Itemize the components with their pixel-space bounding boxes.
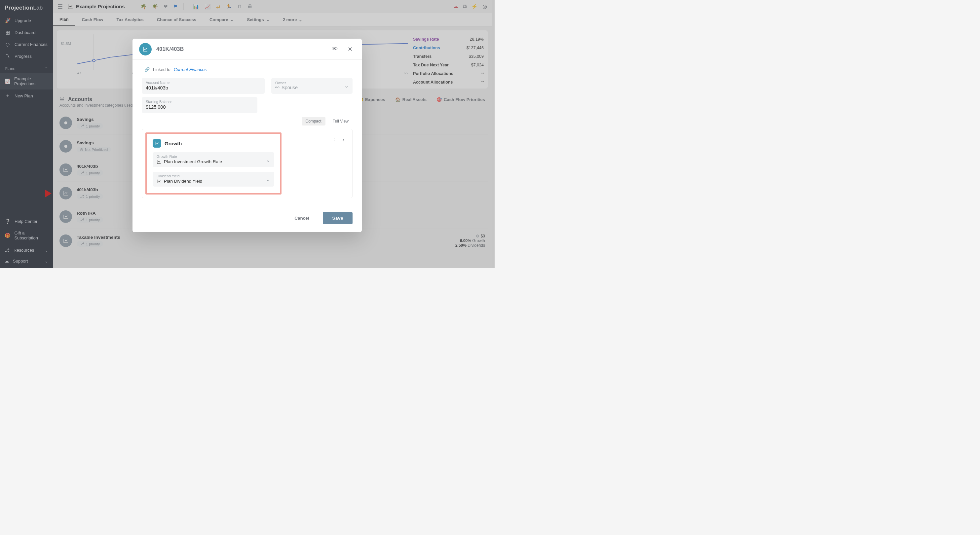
- growth-title: Growth: [165, 141, 182, 146]
- growth-highlight: Growth Growth Rate Plan Investment Growt…: [145, 132, 282, 195]
- save-button[interactable]: Save: [323, 212, 353, 224]
- modal-footer: Cancel Save: [132, 205, 362, 232]
- annotation-arrow: [22, 187, 51, 200]
- field-value: 401k/403b: [146, 84, 261, 90]
- modal-title: 401K/403B: [156, 46, 184, 52]
- field-label: Account Name: [146, 81, 261, 84]
- field-value: Plan Investment Growth Rate: [164, 159, 222, 164]
- chevron-down-icon: ⌄: [266, 157, 270, 163]
- chevron-down-icon: ⌄: [266, 176, 270, 182]
- field-label: Owner: [275, 81, 298, 85]
- field-label: Starting Balance: [146, 100, 253, 104]
- visibility-icon[interactable]: 👁: [329, 44, 340, 54]
- owner-field[interactable]: Owner ⚯Spouse ⌄: [271, 78, 353, 94]
- linked-row: 🔗 Linked to Current Finances: [142, 66, 353, 77]
- linked-target[interactable]: Current Finances: [174, 67, 207, 72]
- field-label: Dividend Yield: [157, 174, 270, 178]
- rings-icon: ⚯: [275, 85, 280, 90]
- dividend-yield-select[interactable]: Dividend Yield Plan Dividend Yield ⌄: [153, 172, 274, 187]
- chart-avatar-icon: [139, 43, 152, 56]
- field-value: Spouse: [282, 85, 298, 90]
- chevron-down-icon: ⌄: [344, 83, 348, 89]
- chart-icon: [157, 159, 161, 164]
- chart-icon: [157, 179, 161, 184]
- close-icon[interactable]: ✕: [345, 44, 355, 54]
- cancel-button[interactable]: Cancel: [285, 212, 318, 224]
- growth-rate-select[interactable]: Growth Rate Plan Investment Growth Rate …: [153, 152, 274, 167]
- view-toggle: Compact Full View: [142, 116, 353, 129]
- linked-label: Linked to: [153, 67, 170, 72]
- growth-tools: ⋮ ‹: [331, 137, 344, 143]
- field-label: Growth Rate: [157, 154, 270, 159]
- chart-icon: [153, 139, 161, 148]
- starting-balance-field[interactable]: Starting Balance $125,000: [142, 97, 258, 113]
- chevron-left-icon[interactable]: ‹: [343, 137, 344, 143]
- account-modal: 401K/403B 👁 ✕ 🔗 Linked to Current Financ…: [132, 39, 362, 232]
- field-value: $125,000: [146, 104, 253, 110]
- growth-card: ⋮ ‹ Growth Growth Rate Plan Investment G…: [142, 129, 353, 198]
- account-name-field[interactable]: Account Name 401k/403b: [142, 78, 265, 94]
- more-icon[interactable]: ⋮: [331, 137, 337, 143]
- fullview-toggle[interactable]: Full View: [329, 117, 353, 125]
- link-icon: 🔗: [145, 67, 150, 72]
- modal-header: 401K/403B 👁 ✕: [132, 39, 362, 60]
- compact-toggle[interactable]: Compact: [302, 117, 325, 125]
- field-value: Plan Dividend Yield: [164, 179, 202, 184]
